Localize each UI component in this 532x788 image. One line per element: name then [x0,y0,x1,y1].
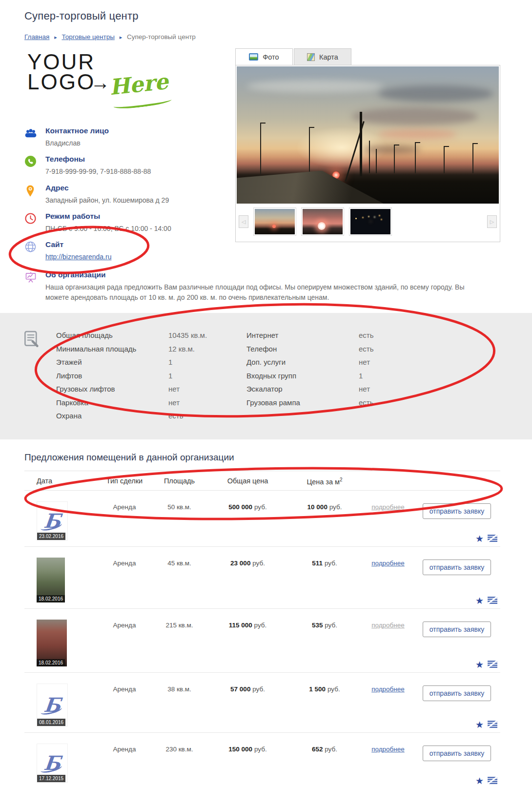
prop-value: 1 [168,358,172,366]
logo-text-your: YOUR [27,52,174,72]
details-link[interactable]: подробнее [371,622,405,629]
offer-row: 18.02.2016 Аренда 45 кв.м. 23 000 руб. 5… [24,547,500,609]
offer-price-per-m2: 10 000 [307,503,327,511]
users-icon [24,126,38,148]
offer-deal-type: Аренда [98,558,151,567]
offer-row: Б23.02.2016 Аренда 50 кв.м. 500 000 руб.… [24,491,500,547]
address-block: Адрес Западный район, ул. Кошемирова д 2… [24,184,228,205]
favorite-star-icon[interactable]: ★ [475,776,484,786]
website-label: Сайт [45,240,111,249]
map-tab-icon [307,53,315,61]
offer-date: 23.02.2016 [37,533,65,540]
gallery-thumbnail-2[interactable] [301,207,344,236]
gallery-thumbnail-3[interactable] [349,207,392,236]
offer-date: 18.02.2016 [37,595,65,602]
page: Супер-торговый центр Главная ▸ Торговые … [0,0,532,788]
col-header-ppm: Цена за м2 [288,477,361,486]
work-hours-value: ПН-СБ с 9:00 - 16:00, ВС с 10:00 - 14:00 [45,224,171,233]
details-link[interactable]: подробнее [371,746,405,753]
carousel-next-button[interactable]: ▷ [487,215,497,228]
send-request-button[interactable]: отправить заявку [423,503,491,519]
properties-left-column: Общая площадь10435 кв.м. Минимальная пло… [56,329,246,423]
offer-thumbnail[interactable]: 18.02.2016 [37,558,65,602]
breadcrumb-malls[interactable]: Торговые центры [61,33,114,41]
offer-thumbnail[interactable]: Б17.12.2015 [37,744,68,783]
favorite-star-icon[interactable]: ★ [475,660,484,669]
prop-label: Общая площадь [56,331,168,339]
compare-icon[interactable] [488,597,497,605]
agency-logo-glyph: Б [43,511,61,531]
favorite-star-icon[interactable]: ★ [475,534,484,543]
details-link[interactable]: подробнее [371,503,405,511]
map-pin-icon [24,184,38,205]
tab-photo-label: Фото [263,53,279,61]
offer-thumbnail[interactable]: Б08.01.2016 [37,684,68,726]
offer-thumbnail[interactable]: 18.02.2016 [37,620,67,666]
offer-thumbnail[interactable]: Б23.02.2016 [37,501,68,540]
prop-label: Этажей [56,358,168,366]
phones-block: Телефоны 7-918-999-99-99, 7-918-888-88-8… [24,155,228,176]
prop-value: есть [359,398,374,407]
col-header-date: Дата [24,477,98,486]
prop-label: Минимальная площадь [56,345,168,353]
phone-icon [24,155,38,176]
offers-section: Предложения помещений в данной организац… [24,452,500,788]
prop-value: есть [168,412,184,420]
breadcrumb-current: Супер-торговый центр [127,33,196,41]
compare-icon[interactable] [488,721,497,729]
contact-person-block: Контактное лицо Владислав [24,126,228,148]
favorite-star-icon[interactable]: ★ [475,720,484,729]
favorite-star-icon[interactable]: ★ [475,596,484,605]
offers-title: Предложения помещений в данной организац… [24,452,500,471]
prop-value: есть [359,345,374,353]
gallery: Фото Карта [235,48,500,269]
website-block: Сайт http://biznesarenda.ru [24,240,228,262]
phones-value: 7-918-999-99-99, 7-918-888-88-88 [45,166,151,176]
photo-tab-icon [249,53,258,61]
compare-icon[interactable] [488,777,497,786]
col-header-price: Общая цена [207,477,288,486]
compare-icon[interactable] [488,535,497,543]
prop-value: нет [168,385,180,393]
details-link[interactable]: подробнее [371,685,405,693]
compare-icon[interactable] [488,661,497,669]
offer-row: Б17.12.2015 Аренда 230 кв.м. 150 000 руб… [24,733,500,788]
offers-table-header: Дата Тип сделки Площадь Общая цена Цена … [24,471,500,491]
tab-photo[interactable]: Фото [235,48,293,65]
offer-row: Б08.01.2016 Аренда 38 кв.м. 57 000 руб. … [24,673,500,733]
breadcrumb-separator: ▸ [54,34,57,40]
offer-price-per-m2: 1 500 [309,685,326,693]
send-request-button[interactable]: отправить заявку [423,746,491,761]
main-photo[interactable] [237,66,499,204]
agency-logo-glyph: Б [43,695,61,715]
prop-label: Доп. услуги [246,358,359,366]
tab-map[interactable]: Карта [294,48,351,65]
offer-area: 230 кв.м. [151,744,207,753]
website-link[interactable]: http://biznesarenda.ru [45,253,111,261]
offer-deal-type: Аренда [98,501,151,511]
gallery-thumbnail-1[interactable] [253,207,296,236]
offer-price-per-m2: 511 [312,560,323,567]
prop-label: Телефон [246,345,359,353]
send-request-button[interactable]: отправить заявку [423,685,491,701]
send-request-button[interactable]: отправить заявку [423,622,491,637]
breadcrumb-separator: ▸ [120,34,123,40]
offer-row: 18.02.2016 Аренда 215 кв.м. 115 000 руб.… [24,609,500,673]
offer-deal-type: Аренда [98,744,151,753]
prop-value: 1 [168,372,172,380]
breadcrumb-home[interactable]: Главная [24,33,49,41]
address-value: Западный район, ул. Кошемирова д 29 [45,195,169,205]
offer-deal-type: Аренда [98,620,151,629]
properties-right-column: Интернетесть Телефонесть Доп. услугинет … [246,329,517,423]
prop-label: Входных групп [246,372,359,380]
tab-map-label: Карта [319,53,338,61]
presentation-chart-icon [24,270,38,302]
carousel-prev-button[interactable]: ◁ [239,215,248,228]
offer-price: 57 000 [230,685,250,693]
prop-value: 12 кв.м. [168,345,195,353]
details-link[interactable]: подробнее [371,560,405,567]
contact-person-value: Владислав [45,138,109,148]
clock-icon [24,212,38,233]
send-request-button[interactable]: отправить заявку [423,560,491,575]
offer-price: 23 000 [230,560,250,567]
